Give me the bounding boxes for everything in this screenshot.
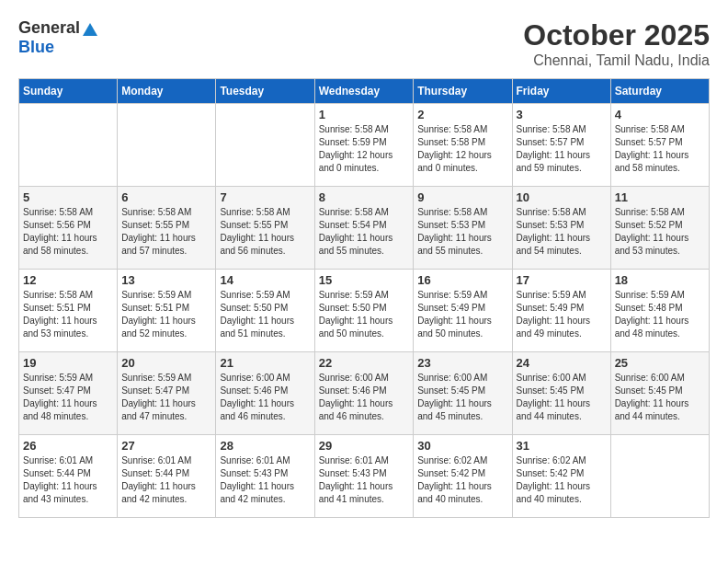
calendar-cell: 27Sunrise: 6:01 AM Sunset: 5:44 PM Dayli… (118, 435, 216, 518)
logo-icon (83, 23, 97, 36)
day-info: Sunrise: 6:00 AM Sunset: 5:45 PM Dayligh… (517, 372, 607, 423)
day-info: Sunrise: 5:59 AM Sunset: 5:51 PM Dayligh… (121, 289, 211, 340)
day-number: 13 (121, 273, 211, 287)
day-number: 11 (615, 190, 705, 204)
calendar-cell: 21Sunrise: 6:00 AM Sunset: 5:46 PM Dayli… (216, 352, 314, 435)
day-info: Sunrise: 5:58 AM Sunset: 5:56 PM Dayligh… (23, 206, 113, 258)
day-info: Sunrise: 6:00 AM Sunset: 5:45 PM Dayligh… (615, 372, 705, 423)
calendar-cell: 3Sunrise: 5:58 AM Sunset: 5:57 PM Daylig… (512, 104, 610, 187)
weekday-header-wednesday: Wednesday (314, 79, 414, 104)
calendar-table: SundayMondayTuesdayWednesdayThursdayFrid… (18, 78, 710, 518)
calendar-cell: 13Sunrise: 5:59 AM Sunset: 5:51 PM Dayli… (118, 270, 216, 352)
day-number: 20 (121, 356, 211, 370)
day-number: 3 (517, 108, 607, 121)
calendar-week-4: 19Sunrise: 5:59 AM Sunset: 5:47 PM Dayli… (19, 352, 710, 435)
day-info: Sunrise: 5:59 AM Sunset: 5:47 PM Dayligh… (121, 372, 211, 423)
day-number: 31 (517, 439, 607, 453)
logo: General Blue (18, 18, 97, 57)
day-number: 19 (23, 356, 113, 370)
calendar-cell: 9Sunrise: 5:58 AM Sunset: 5:53 PM Daylig… (414, 187, 512, 270)
calendar-cell: 14Sunrise: 5:59 AM Sunset: 5:50 PM Dayli… (216, 270, 314, 352)
day-number: 25 (615, 356, 705, 370)
day-number: 18 (615, 273, 705, 287)
calendar-cell: 11Sunrise: 5:58 AM Sunset: 5:52 PM Dayli… (610, 187, 709, 270)
day-info: Sunrise: 6:02 AM Sunset: 5:42 PM Dayligh… (517, 454, 607, 506)
calendar-cell: 4Sunrise: 5:58 AM Sunset: 5:57 PM Daylig… (610, 104, 709, 187)
day-info: Sunrise: 5:58 AM Sunset: 5:57 PM Dayligh… (517, 123, 607, 175)
day-info: Sunrise: 6:01 AM Sunset: 5:43 PM Dayligh… (220, 454, 310, 506)
day-info: Sunrise: 6:00 AM Sunset: 5:46 PM Dayligh… (319, 372, 410, 423)
day-number: 24 (517, 356, 607, 370)
day-number: 4 (615, 108, 705, 121)
calendar-cell: 15Sunrise: 5:59 AM Sunset: 5:50 PM Dayli… (314, 270, 414, 352)
day-info: Sunrise: 5:58 AM Sunset: 5:52 PM Dayligh… (615, 206, 705, 258)
day-number: 8 (319, 190, 410, 204)
weekday-header-tuesday: Tuesday (216, 79, 314, 104)
calendar-cell: 18Sunrise: 5:59 AM Sunset: 5:48 PM Dayli… (610, 270, 709, 352)
calendar-cell: 29Sunrise: 6:01 AM Sunset: 5:43 PM Dayli… (314, 435, 414, 518)
calendar-week-2: 5Sunrise: 5:58 AM Sunset: 5:56 PM Daylig… (19, 187, 710, 270)
day-info: Sunrise: 5:59 AM Sunset: 5:47 PM Dayligh… (23, 372, 113, 423)
day-number: 15 (319, 273, 410, 287)
day-info: Sunrise: 5:59 AM Sunset: 5:50 PM Dayligh… (220, 289, 310, 340)
location-title: Chennai, Tamil Nadu, India (523, 52, 710, 69)
calendar-week-1: 1Sunrise: 5:58 AM Sunset: 5:59 PM Daylig… (19, 104, 710, 187)
day-info: Sunrise: 5:58 AM Sunset: 5:54 PM Dayligh… (319, 206, 410, 258)
day-number: 1 (319, 108, 410, 121)
day-info: Sunrise: 6:01 AM Sunset: 5:43 PM Dayligh… (319, 454, 410, 506)
calendar-cell: 28Sunrise: 6:01 AM Sunset: 5:43 PM Dayli… (216, 435, 314, 518)
day-number: 17 (517, 273, 607, 287)
calendar-cell (118, 104, 216, 187)
day-number: 21 (220, 356, 310, 370)
day-info: Sunrise: 6:02 AM Sunset: 5:42 PM Dayligh… (417, 454, 507, 506)
day-info: Sunrise: 5:58 AM Sunset: 5:53 PM Dayligh… (517, 206, 607, 258)
title-area: October 2025 Chennai, Tamil Nadu, India (523, 18, 710, 69)
calendar-cell: 19Sunrise: 5:59 AM Sunset: 5:47 PM Dayli… (19, 352, 118, 435)
day-number: 16 (417, 273, 507, 287)
weekday-header-friday: Friday (512, 79, 610, 104)
day-info: Sunrise: 5:58 AM Sunset: 5:53 PM Dayligh… (417, 206, 507, 258)
calendar-cell: 30Sunrise: 6:02 AM Sunset: 5:42 PM Dayli… (414, 435, 512, 518)
day-number: 12 (23, 273, 113, 287)
calendar-cell: 23Sunrise: 6:00 AM Sunset: 5:45 PM Dayli… (414, 352, 512, 435)
calendar-cell (610, 435, 709, 518)
calendar-cell: 6Sunrise: 5:58 AM Sunset: 5:55 PM Daylig… (118, 187, 216, 270)
day-number: 23 (417, 356, 507, 370)
day-info: Sunrise: 6:00 AM Sunset: 5:46 PM Dayligh… (220, 372, 310, 423)
day-info: Sunrise: 6:01 AM Sunset: 5:44 PM Dayligh… (23, 454, 113, 506)
calendar-cell: 1Sunrise: 5:58 AM Sunset: 5:59 PM Daylig… (314, 104, 414, 187)
day-number: 29 (319, 439, 410, 453)
calendar-cell: 12Sunrise: 5:58 AM Sunset: 5:51 PM Dayli… (19, 270, 118, 352)
day-number: 27 (121, 439, 211, 453)
calendar-cell: 17Sunrise: 5:59 AM Sunset: 5:49 PM Dayli… (512, 270, 610, 352)
day-number: 22 (319, 356, 410, 370)
day-info: Sunrise: 5:58 AM Sunset: 5:55 PM Dayligh… (121, 206, 211, 258)
day-info: Sunrise: 5:59 AM Sunset: 5:50 PM Dayligh… (319, 289, 410, 340)
day-info: Sunrise: 5:58 AM Sunset: 5:58 PM Dayligh… (417, 123, 507, 175)
day-info: Sunrise: 5:58 AM Sunset: 5:59 PM Dayligh… (319, 123, 410, 175)
weekday-header-saturday: Saturday (610, 79, 709, 104)
calendar-cell: 25Sunrise: 6:00 AM Sunset: 5:45 PM Dayli… (610, 352, 709, 435)
day-number: 10 (517, 190, 607, 204)
page-header: General Blue October 2025 Chennai, Tamil… (18, 18, 710, 69)
calendar-cell: 8Sunrise: 5:58 AM Sunset: 5:54 PM Daylig… (314, 187, 414, 270)
calendar-cell: 24Sunrise: 6:00 AM Sunset: 5:45 PM Dayli… (512, 352, 610, 435)
day-number: 26 (23, 439, 113, 453)
logo-blue: Blue (18, 38, 54, 56)
weekday-header-sunday: Sunday (19, 79, 118, 104)
day-number: 28 (220, 439, 310, 453)
weekday-header-row: SundayMondayTuesdayWednesdayThursdayFrid… (19, 79, 710, 104)
day-info: Sunrise: 6:00 AM Sunset: 5:45 PM Dayligh… (417, 372, 507, 423)
day-number: 2 (417, 108, 507, 121)
calendar-cell: 2Sunrise: 5:58 AM Sunset: 5:58 PM Daylig… (414, 104, 512, 187)
day-number: 30 (417, 439, 507, 453)
logo-general: General (18, 18, 80, 38)
day-info: Sunrise: 5:58 AM Sunset: 5:57 PM Dayligh… (615, 123, 705, 175)
calendar-cell: 16Sunrise: 5:59 AM Sunset: 5:49 PM Dayli… (414, 270, 512, 352)
day-info: Sunrise: 5:59 AM Sunset: 5:49 PM Dayligh… (417, 289, 507, 340)
month-year-title: October 2025 (523, 18, 710, 52)
day-info: Sunrise: 5:58 AM Sunset: 5:55 PM Dayligh… (220, 206, 310, 258)
day-number: 9 (417, 190, 507, 204)
calendar-cell: 31Sunrise: 6:02 AM Sunset: 5:42 PM Dayli… (512, 435, 610, 518)
day-info: Sunrise: 5:59 AM Sunset: 5:49 PM Dayligh… (517, 289, 607, 340)
